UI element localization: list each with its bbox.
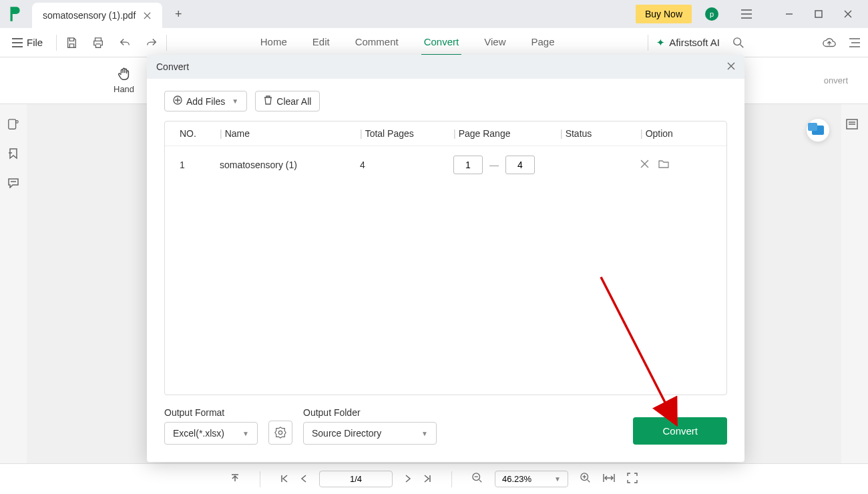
minimize-button[interactable] <box>775 4 804 24</box>
zoom-out-icon[interactable] <box>472 473 483 485</box>
tab-home[interactable]: Home <box>258 29 290 55</box>
close-window-button[interactable] <box>833 4 863 24</box>
dialog-header: Convert <box>147 55 744 79</box>
header-total-pages: Total Pages <box>365 128 414 139</box>
divider <box>56 35 57 51</box>
range-separator: — <box>489 160 499 170</box>
panel-icon[interactable] <box>848 36 861 49</box>
divider <box>648 35 648 51</box>
header-name: Name <box>225 128 250 139</box>
new-tab-button[interactable]: + <box>169 5 188 23</box>
range-from-input[interactable] <box>453 156 483 174</box>
translate-icon <box>812 126 824 135</box>
account-badge[interactable]: p <box>705 7 718 21</box>
tabs-row: somatosensory (1).pdf + <box>32 0 636 28</box>
tab-page[interactable]: Page <box>528 29 557 55</box>
svg-point-9 <box>278 431 282 434</box>
document-tab[interactable]: somatosensory (1).pdf <box>32 3 162 28</box>
sparkle-icon: ✦ <box>656 37 665 49</box>
page-input[interactable] <box>319 471 393 487</box>
close-tab-icon[interactable] <box>142 11 152 20</box>
menubar: File Home Edit Comment Convert View Page… <box>0 28 868 57</box>
right-rail <box>841 104 863 131</box>
plus-circle-icon <box>173 95 182 107</box>
hamburger-menu-icon[interactable] <box>732 4 761 24</box>
menu-tabs: Home Edit Comment Convert View Page <box>258 29 558 55</box>
convert-button-label: Convert <box>662 425 698 437</box>
svg-rect-0 <box>815 11 822 17</box>
dialog-close-button[interactable] <box>727 61 735 73</box>
fit-page-icon[interactable] <box>627 473 638 485</box>
dialog-body: Add Files ▼ Clear All NO. |Name |Total P… <box>147 79 744 407</box>
output-format-label: Output Format <box>164 407 258 418</box>
svg-point-1 <box>734 37 741 45</box>
files-table: NO. |Name |Total Pages |Page Range |Stat… <box>164 121 727 395</box>
cloud-upload-icon[interactable] <box>823 36 836 49</box>
range-to-input[interactable] <box>505 156 535 174</box>
bottombar: 46.23% ▼ <box>0 463 868 494</box>
add-files-label: Add Files <box>186 96 225 107</box>
divider <box>166 35 167 51</box>
floating-tool-button[interactable] <box>807 119 829 142</box>
redo-icon[interactable] <box>145 36 158 49</box>
print-icon[interactable] <box>91 36 105 49</box>
tool-hand-label: Hand <box>114 84 134 94</box>
tool-convert-partial[interactable]: onvert <box>824 75 848 85</box>
last-page-icon[interactable] <box>423 474 431 485</box>
cell-option <box>635 160 717 170</box>
bookmark-icon[interactable] <box>7 147 20 160</box>
properties-icon[interactable] <box>845 117 859 131</box>
output-folder-select[interactable]: Source Directory ▼ <box>303 422 437 445</box>
output-format-select[interactable]: Excel(*.xlsx) ▼ <box>164 422 258 445</box>
divider <box>451 471 452 487</box>
header-status: Status <box>566 128 592 139</box>
thumbnails-icon[interactable] <box>7 117 20 131</box>
svg-point-3 <box>16 121 19 123</box>
menubar-right: ✦ Afirstsoft AI <box>656 36 861 49</box>
first-page-icon[interactable] <box>280 474 288 485</box>
header-page-range: Page Range <box>459 128 511 139</box>
clear-all-button[interactable]: Clear All <box>255 91 320 111</box>
window-controls <box>775 4 863 24</box>
prev-page-icon[interactable] <box>300 474 307 485</box>
output-folder-group: Output Folder Source Directory ▼ <box>303 407 437 445</box>
tab-view[interactable]: View <box>481 29 508 55</box>
cell-page-range: — <box>448 156 555 174</box>
ai-label: Afirstsoft AI <box>669 37 720 48</box>
scroll-top-icon[interactable] <box>230 473 240 485</box>
add-files-button[interactable]: Add Files ▼ <box>164 91 247 111</box>
svg-rect-2 <box>9 119 16 129</box>
tab-convert[interactable]: Convert <box>421 29 462 55</box>
undo-icon[interactable] <box>118 36 132 49</box>
tab-comment[interactable]: Comment <box>353 29 401 55</box>
maximize-button[interactable] <box>804 4 833 24</box>
comment-panel-icon[interactable] <box>7 176 20 190</box>
file-menu-button[interactable]: File <box>7 34 48 51</box>
buy-now-button[interactable]: Buy Now <box>636 5 692 23</box>
next-page-icon[interactable] <box>405 474 411 485</box>
search-icon[interactable] <box>732 36 745 49</box>
header-option: Option <box>646 128 673 139</box>
tool-hand[interactable]: Hand <box>114 67 134 94</box>
divider <box>260 471 260 487</box>
fit-width-icon[interactable] <box>603 473 615 485</box>
output-format-value: Excel(*.xlsx) <box>173 428 224 439</box>
settings-button[interactable] <box>268 421 292 445</box>
remove-row-icon[interactable] <box>640 160 649 170</box>
tab-edit[interactable]: Edit <box>310 29 333 55</box>
cell-total-pages: 4 <box>355 160 448 170</box>
titlebar-right: Buy Now p <box>636 4 863 24</box>
caret-down-icon: ▼ <box>421 430 428 437</box>
zoom-select[interactable]: 46.23% ▼ <box>495 471 568 487</box>
zoom-in-icon[interactable] <box>580 473 591 485</box>
titlebar: somatosensory (1).pdf + Buy Now p <box>0 0 868 28</box>
clear-all-label: Clear All <box>276 96 311 107</box>
save-icon[interactable] <box>65 36 78 49</box>
quick-icons <box>65 36 158 49</box>
ai-button[interactable]: ✦ Afirstsoft AI <box>656 37 720 49</box>
convert-button[interactable]: Convert <box>633 417 727 445</box>
open-folder-icon[interactable] <box>658 160 669 170</box>
dialog-title: Convert <box>156 61 189 72</box>
output-folder-value: Source Directory <box>312 428 381 439</box>
app-logo <box>5 5 24 23</box>
